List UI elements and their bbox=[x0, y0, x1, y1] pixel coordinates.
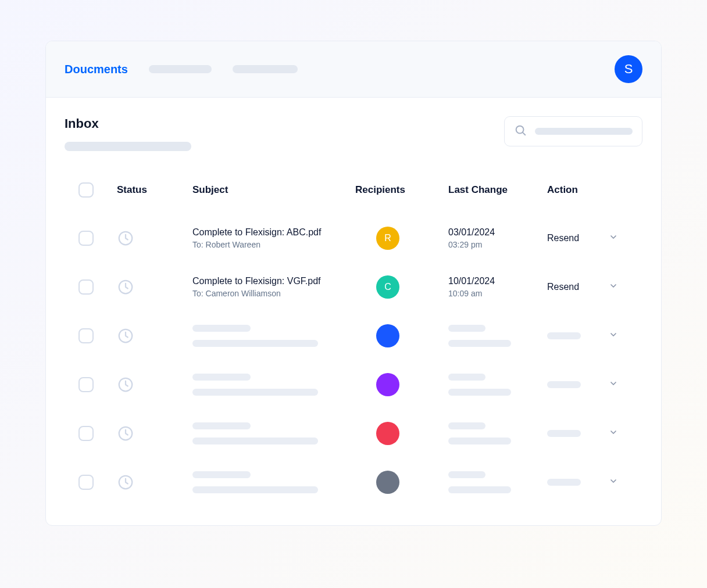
table-row bbox=[65, 458, 642, 507]
recipient-avatar[interactable]: C bbox=[376, 275, 399, 299]
documents-table: Status Subject Recipients Last Change Ac… bbox=[65, 174, 642, 507]
column-action: Action bbox=[547, 184, 623, 196]
subject-placeholder bbox=[192, 389, 318, 396]
svg-line-1 bbox=[523, 132, 525, 135]
subtitle-placeholder bbox=[65, 142, 191, 151]
table-row: Complete to Flexisign: VGF.pdf To: Camer… bbox=[65, 263, 642, 311]
action-label: Resend bbox=[547, 282, 579, 292]
recipient-avatar[interactable] bbox=[376, 324, 399, 347]
chevron-down-icon bbox=[609, 281, 618, 293]
search-placeholder bbox=[535, 128, 633, 135]
chevron-down-icon bbox=[609, 428, 618, 439]
recipient-avatar[interactable] bbox=[376, 422, 399, 445]
row-checkbox[interactable] bbox=[78, 475, 94, 490]
date-placeholder bbox=[448, 340, 511, 347]
header-tab-placeholder[interactable] bbox=[149, 65, 212, 73]
action-dropdown[interactable] bbox=[547, 330, 623, 342]
column-last-change: Last Change bbox=[448, 184, 547, 196]
table-header-row: Status Subject Recipients Last Change Ac… bbox=[65, 174, 642, 214]
row-checkbox[interactable] bbox=[78, 328, 94, 343]
clock-icon bbox=[117, 327, 192, 345]
header-tab-placeholder[interactable] bbox=[233, 65, 298, 73]
date-placeholder bbox=[448, 374, 485, 381]
action-label: Resend bbox=[547, 233, 579, 243]
date-placeholder bbox=[448, 486, 511, 493]
page-title: Inbox bbox=[65, 116, 191, 131]
clock-icon bbox=[117, 474, 192, 491]
subject-placeholder bbox=[192, 486, 318, 493]
row-checkbox[interactable] bbox=[78, 426, 94, 441]
row-checkbox[interactable] bbox=[78, 279, 94, 295]
subject-placeholder bbox=[192, 340, 318, 347]
column-status: Status bbox=[117, 184, 192, 196]
action-placeholder bbox=[547, 479, 581, 486]
table-row: Complete to Flexisign: ABC.pdf To: Rober… bbox=[65, 214, 642, 263]
action-dropdown[interactable] bbox=[547, 428, 623, 439]
column-subject: Subject bbox=[192, 184, 355, 196]
date-placeholder bbox=[448, 389, 511, 396]
row-checkbox[interactable] bbox=[78, 377, 94, 392]
chevron-down-icon bbox=[609, 330, 618, 342]
subject-placeholder bbox=[192, 374, 251, 381]
date-placeholder bbox=[448, 471, 485, 478]
date-placeholder bbox=[448, 422, 485, 429]
select-all-checkbox[interactable] bbox=[78, 182, 94, 198]
subject-title: Complete to Flexisign: VGF.pdf bbox=[192, 276, 355, 286]
clock-icon bbox=[117, 376, 192, 393]
action-dropdown[interactable] bbox=[547, 476, 623, 488]
clock-icon bbox=[117, 278, 192, 296]
subject-recipient: To: Cameron Williamson bbox=[192, 289, 355, 298]
app-card: Doucments S Inbox bbox=[45, 41, 662, 526]
user-avatar[interactable]: S bbox=[615, 55, 642, 83]
last-change-date: 03/01/2024 bbox=[448, 227, 547, 238]
subject-recipient: To: Robert Wareen bbox=[192, 240, 355, 249]
content-area: Inbox Status Subject Rec bbox=[46, 98, 661, 525]
last-change-date: 10/01/2024 bbox=[448, 276, 547, 286]
table-row bbox=[65, 311, 642, 360]
recipient-avatar[interactable] bbox=[376, 471, 399, 494]
search-icon bbox=[514, 124, 527, 139]
row-checkbox[interactable] bbox=[78, 231, 94, 246]
table-row bbox=[65, 409, 642, 458]
subject-placeholder bbox=[192, 325, 251, 332]
clock-icon bbox=[117, 230, 192, 247]
last-change-time: 10:09 am bbox=[448, 289, 547, 298]
header-tab-documents[interactable]: Doucments bbox=[65, 63, 128, 76]
subject-placeholder bbox=[192, 422, 251, 429]
date-placeholder bbox=[448, 438, 511, 444]
chevron-down-icon bbox=[609, 476, 618, 488]
chevron-down-icon bbox=[609, 379, 618, 390]
subject-placeholder bbox=[192, 438, 318, 444]
app-header: Doucments S bbox=[46, 41, 661, 98]
recipient-avatar[interactable]: R bbox=[376, 227, 399, 250]
action-dropdown[interactable] bbox=[547, 379, 623, 390]
action-placeholder bbox=[547, 332, 581, 339]
recipient-avatar[interactable] bbox=[376, 373, 399, 396]
clock-icon bbox=[117, 425, 192, 442]
action-dropdown[interactable]: Resend bbox=[547, 232, 623, 244]
action-dropdown[interactable]: Resend bbox=[547, 281, 623, 293]
chevron-down-icon bbox=[609, 232, 618, 244]
action-placeholder bbox=[547, 381, 581, 388]
search-input[interactable] bbox=[504, 116, 642, 146]
table-row bbox=[65, 360, 642, 409]
date-placeholder bbox=[448, 325, 485, 332]
action-placeholder bbox=[547, 430, 581, 437]
subject-placeholder bbox=[192, 471, 251, 478]
last-change-time: 03:29 pm bbox=[448, 240, 547, 249]
subject-title: Complete to Flexisign: ABC.pdf bbox=[192, 227, 355, 238]
column-recipients: Recipients bbox=[355, 184, 448, 196]
